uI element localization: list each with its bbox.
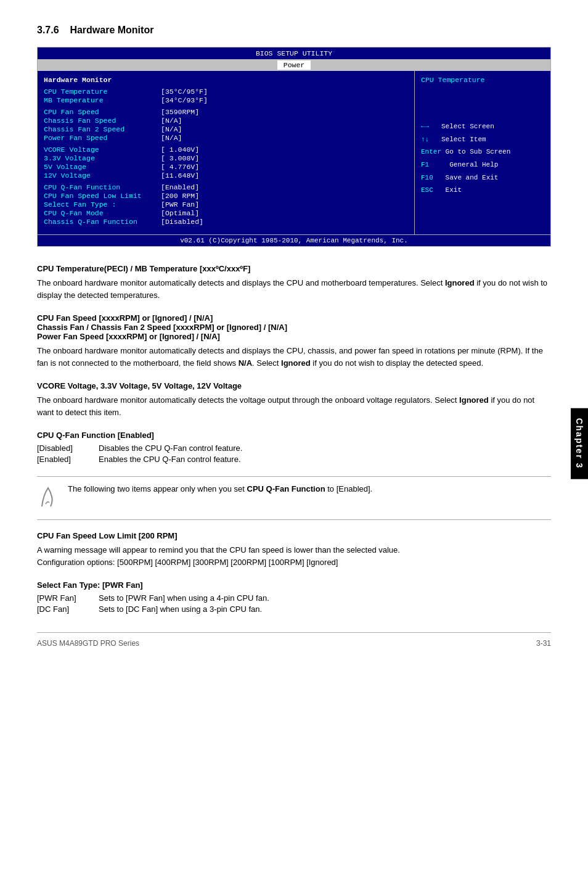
heading-fan-speed-low: CPU Fan Speed Low Limit [200 RPM]: [37, 531, 551, 540]
bios-val-5v: [ 4.776V]: [161, 163, 199, 171]
bios-val-cpu-temp: [35°C/95°F]: [161, 88, 208, 96]
section-number: 3.7.6: [37, 25, 59, 35]
bios-nav-row-5: F10 Save and Exit: [421, 172, 544, 184]
bios-left-title: Hardware Monitor: [44, 76, 112, 84]
text-cpu-temp: The onboard hardware monitor automatical…: [37, 277, 551, 301]
footer-right: 3-31: [536, 639, 551, 648]
section-fan-speeds: CPU Fan Speed [xxxxRPM] or [Ignored] / […: [37, 313, 551, 369]
bios-label-qfan-func: CPU Q-Fan Function: [44, 183, 161, 191]
bios-row-chassis-fan: Chassis Fan Speed [N/A]: [44, 117, 408, 125]
bios-footer: v02.61 (C)Copyright 1985-2010, American …: [38, 234, 550, 246]
bios-group-temp: CPU Temperature [35°C/95°F] MB Temperatu…: [44, 88, 408, 104]
bios-val-fan-type: [PWR Fan]: [161, 200, 199, 208]
option-val-dc-fan: Sets to [DC Fan] when using a 3-pin CPU …: [99, 604, 551, 614]
bios-row-cpu-temp: CPU Temperature [35°C/95°F]: [44, 88, 408, 96]
bios-val-chassis-qfan: [Disabled]: [161, 218, 203, 226]
bios-label-chassis-fan: Chassis Fan Speed: [44, 117, 161, 125]
bios-row-power-fan: Power Fan Speed [N/A]: [44, 134, 408, 142]
bios-group-qfan: CPU Q-Fan Function [Enabled] CPU Fan Spe…: [44, 183, 408, 226]
bios-row-fan-speed-low: CPU Fan Speed Low Limit [200 RPM]: [44, 192, 408, 200]
option-disabled: [Disabled] Disables the CPU Q-Fan contro…: [37, 444, 551, 453]
option-val-pwr-fan: Sets to [PWR Fan] when using a 4-pin CPU…: [99, 593, 551, 603]
heading-fan-speeds: CPU Fan Speed [xxxxRPM] or [Ignored] / […: [37, 313, 551, 341]
option-val-disabled: Disables the CPU Q-Fan control feature.: [99, 444, 551, 453]
bios-nav-row-4: F1 General Help: [421, 159, 544, 171]
bios-row-5v: 5V Voltage [ 4.776V]: [44, 163, 408, 171]
text-voltages: The onboard hardware monitor automatical…: [37, 394, 551, 418]
bios-val-vcore: [ 1.040V]: [161, 146, 199, 154]
heading-cpu-qfan: CPU Q-Fan Function [Enabled]: [37, 431, 551, 440]
option-enabled: [Enabled] Enables the CPU Q-Fan control …: [37, 455, 551, 464]
bios-tab-power[interactable]: Power: [277, 60, 311, 70]
bios-val-33v: [ 3.008V]: [161, 154, 199, 162]
bios-nav-row-1: ←→ Select Screen: [421, 121, 544, 133]
bios-group-voltages: VCORE Voltage [ 1.040V] 3.3V Voltage [ 3…: [44, 146, 408, 179]
section-voltages: VCORE Voltage, 3.3V Voltage, 5V Voltage,…: [37, 381, 551, 418]
bios-val-mb-temp: [34°C/93°F]: [161, 96, 208, 104]
bios-row-chassis-fan2: Chassis Fan 2 Speed [N/A]: [44, 125, 408, 133]
bios-label-12v: 12V Voltage: [44, 171, 161, 179]
bios-label-5v: 5V Voltage: [44, 163, 161, 171]
footer-left: ASUS M4A89GTD PRO Series: [37, 639, 139, 648]
option-key-disabled: [Disabled]: [37, 444, 99, 453]
bios-row-12v: 12V Voltage [11.648V]: [44, 171, 408, 179]
note-box: The following two items appear only when…: [37, 476, 551, 520]
text-fan-speeds: The onboard hardware monitor automatical…: [37, 345, 551, 369]
option-key-enabled: [Enabled]: [37, 455, 99, 464]
bios-header: BIOS SETUP UTILITY: [38, 47, 550, 59]
bios-val-chassis-fan: [N/A]: [161, 117, 182, 125]
bios-val-power-fan: [N/A]: [161, 134, 182, 142]
option-key-dc-fan: [DC Fan]: [37, 604, 99, 614]
heading-fan-type: Select Fan Type: [PWR Fan]: [37, 580, 551, 590]
bios-label-chassis-fan2: Chassis Fan 2 Speed: [44, 125, 161, 133]
bios-val-cpu-fan: [3590RPM]: [161, 108, 199, 116]
note-icon: [37, 483, 59, 513]
bios-label-qfan-mode: CPU Q-Fan Mode: [44, 209, 161, 217]
bios-right-title: CPU Temperature: [421, 76, 544, 84]
bios-nav: ←→ Select Screen ↑↓ Select Item Enter Go…: [421, 121, 544, 196]
bios-content: Hardware Monitor CPU Temperature [35°C/9…: [38, 71, 550, 234]
bios-box: BIOS SETUP UTILITY Power Hardware Monito…: [37, 47, 551, 247]
bios-label-cpu-fan: CPU Fan Speed: [44, 108, 161, 116]
bios-label-fan-type: Select Fan Type :: [44, 200, 161, 208]
section-cpu-temp: CPU Temperature(PECI) / MB Temperature […: [37, 264, 551, 301]
bios-val-fan-speed-low: [200 RPM]: [161, 192, 199, 200]
bios-row-vcore: VCORE Voltage [ 1.040V]: [44, 146, 408, 154]
bios-val-chassis-fan2: [N/A]: [161, 125, 182, 133]
section-cpu-qfan: CPU Q-Fan Function [Enabled] [Disabled] …: [37, 431, 551, 464]
bios-left-panel: Hardware Monitor CPU Temperature [35°C/9…: [38, 71, 415, 234]
bios-label-33v: 3.3V Voltage: [44, 154, 161, 162]
note-text: The following two items appear only when…: [68, 483, 372, 495]
bios-nav-row-3: Enter Go to Sub Screen: [421, 146, 544, 158]
bios-label-vcore: VCORE Voltage: [44, 146, 161, 154]
bios-header-text: BIOS SETUP UTILITY: [256, 49, 332, 57]
bios-row-chassis-qfan: Chassis Q-Fan Function [Disabled]: [44, 218, 408, 226]
option-key-pwr-fan: [PWR Fan]: [37, 593, 99, 603]
bios-val-12v: [11.648V]: [161, 171, 199, 179]
bios-group-fans: CPU Fan Speed [3590RPM] Chassis Fan Spee…: [44, 108, 408, 142]
page-divider: [37, 632, 551, 633]
section-heading: 3.7.6 Hardware Monitor: [37, 25, 551, 36]
bios-label-power-fan: Power Fan Speed: [44, 134, 161, 142]
section-fan-speed-low: CPU Fan Speed Low Limit [200 RPM] A warn…: [37, 531, 551, 568]
bios-footer-text: v02.61 (C)Copyright 1985-2010, American …: [180, 237, 408, 244]
bios-row-33v: 3.3V Voltage [ 3.008V]: [44, 154, 408, 162]
heading-cpu-temp: CPU Temperature(PECI) / MB Temperature […: [37, 264, 551, 273]
bios-right-panel: CPU Temperature ←→ Select Screen ↑↓ Sele…: [415, 71, 550, 234]
option-pwr-fan: [PWR Fan] Sets to [PWR Fan] when using a…: [37, 593, 551, 603]
bios-tab-row: Power: [38, 59, 550, 71]
bios-label-cpu-temp: CPU Temperature: [44, 88, 161, 96]
bios-row-mb-temp: MB Temperature [34°C/93°F]: [44, 96, 408, 104]
heading-voltages: VCORE Voltage, 3.3V Voltage, 5V Voltage,…: [37, 381, 551, 390]
section-title: Hardware Monitor: [70, 25, 153, 35]
section-fan-type: Select Fan Type: [PWR Fan] [PWR Fan] Set…: [37, 580, 551, 614]
page-footer: ASUS M4A89GTD PRO Series 3-31: [37, 639, 551, 648]
option-dc-fan: [DC Fan] Sets to [DC Fan] when using a 3…: [37, 604, 551, 614]
bios-label-chassis-qfan: Chassis Q-Fan Function: [44, 218, 161, 226]
bios-nav-row-2: ↑↓ Select Item: [421, 134, 544, 146]
bios-val-qfan-mode: [Optimal]: [161, 209, 199, 217]
option-val-enabled: Enables the CPU Q-Fan control feature.: [99, 455, 551, 464]
bios-row-fan-type: Select Fan Type : [PWR Fan]: [44, 200, 408, 208]
bios-row-cpu-fan: CPU Fan Speed [3590RPM]: [44, 108, 408, 116]
bios-label-fan-speed-low: CPU Fan Speed Low Limit: [44, 192, 161, 200]
